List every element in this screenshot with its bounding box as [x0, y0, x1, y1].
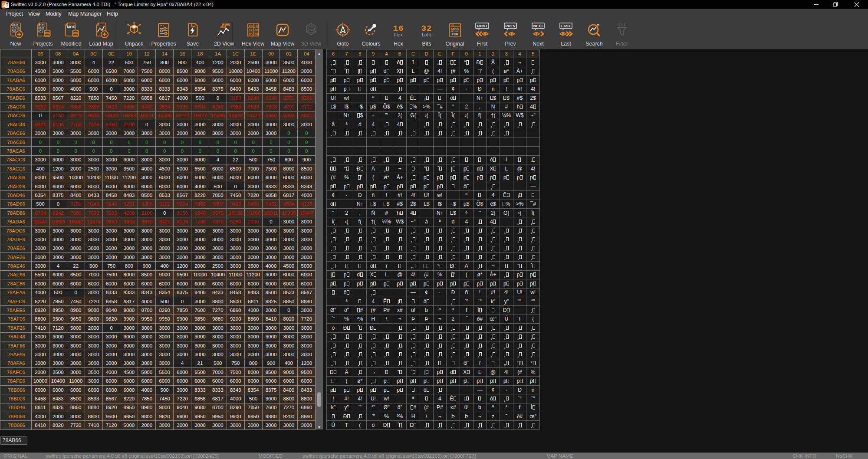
svg-text:PREV: PREV	[505, 24, 515, 28]
svg-text:T: T	[6, 3, 8, 7]
svg-text:0101: 0101	[39, 24, 45, 27]
svg-text:EB: EB	[249, 24, 253, 28]
svg-text:ORI: ORI	[452, 32, 458, 36]
svg-text:0101: 0101	[38, 27, 45, 30]
svg-text:MOD: MOD	[451, 27, 459, 31]
svg-text:S: S	[2, 3, 6, 8]
svg-text:80: 80	[249, 33, 252, 36]
svg-text:52: 52	[249, 29, 252, 32]
svg-text:F6: F6	[254, 24, 258, 28]
svg-text:LoHi: LoHi	[422, 32, 432, 37]
svg-text:0101: 0101	[220, 26, 226, 29]
svg-text:MOD: MOD	[67, 25, 76, 29]
svg-text:NEXT: NEXT	[533, 24, 543, 28]
svg-text:001: 001	[38, 30, 43, 33]
svg-text:FIRST: FIRST	[477, 24, 488, 28]
svg-text:00: 00	[254, 33, 258, 36]
svg-text:LAST: LAST	[561, 24, 571, 28]
svg-text:00: 00	[254, 29, 258, 32]
svg-text:Hex: Hex	[394, 32, 403, 37]
svg-text:01010: 01010	[12, 27, 20, 30]
svg-text:0101: 0101	[12, 24, 19, 27]
svg-text:3D: 3D	[309, 28, 314, 32]
